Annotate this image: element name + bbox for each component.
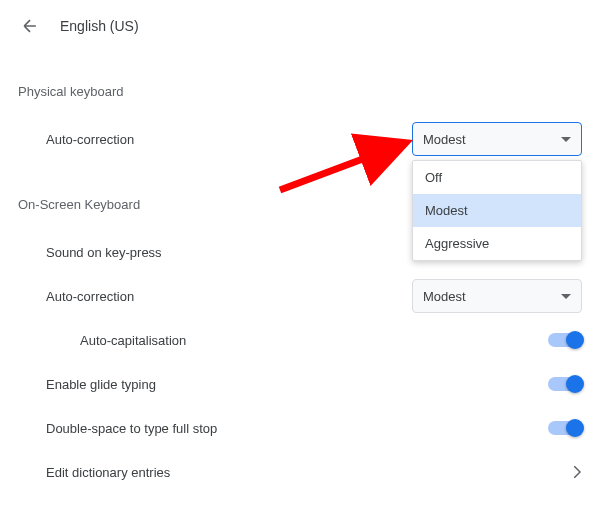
glide-typing-label: Enable glide typing [46, 377, 548, 392]
row-edit-dictionary[interactable]: Edit dictionary entries [18, 450, 582, 494]
toggle-knob [566, 375, 584, 393]
dropdown-option-modest[interactable]: Modest [413, 194, 581, 227]
physical-autocorrection-value: Modest [423, 132, 561, 147]
toggle-knob [566, 419, 584, 437]
content: Physical keyboard Auto-correction Modest… [0, 48, 600, 494]
glide-typing-toggle[interactable] [548, 377, 582, 391]
row-glide-typing: Enable glide typing [18, 362, 582, 406]
chevron-down-icon [561, 294, 571, 299]
chevron-right-icon [574, 466, 582, 478]
row-onscreen-autocorrection: Auto-correction Modest [18, 274, 582, 318]
physical-autocorrection-label: Auto-correction [46, 132, 412, 147]
physical-autocorrection-select[interactable]: Modest [412, 122, 582, 156]
section-physical-keyboard: Physical keyboard [18, 84, 582, 99]
auto-capitalisation-toggle[interactable] [548, 333, 582, 347]
double-space-label: Double-space to type full stop [46, 421, 548, 436]
edit-dictionary-label: Edit dictionary entries [46, 465, 574, 480]
header: English (US) [0, 0, 600, 48]
back-button[interactable] [18, 14, 42, 38]
dropdown-option-aggressive[interactable]: Aggressive [413, 227, 581, 260]
dropdown-option-off[interactable]: Off [413, 161, 581, 194]
row-double-space: Double-space to type full stop [18, 406, 582, 450]
page-title: English (US) [60, 18, 139, 34]
arrow-left-icon [20, 16, 40, 36]
row-physical-autocorrection: Auto-correction Modest [18, 117, 582, 161]
onscreen-autocorrection-label: Auto-correction [46, 289, 412, 304]
toggle-knob [566, 331, 584, 349]
double-space-toggle[interactable] [548, 421, 582, 435]
onscreen-autocorrection-select[interactable]: Modest [412, 279, 582, 313]
chevron-down-icon [561, 137, 571, 142]
autocorrection-dropdown: Off Modest Aggressive [412, 160, 582, 261]
onscreen-autocorrection-value: Modest [423, 289, 561, 304]
row-auto-capitalisation: Auto-capitalisation [18, 318, 582, 362]
auto-capitalisation-label: Auto-capitalisation [80, 333, 548, 348]
